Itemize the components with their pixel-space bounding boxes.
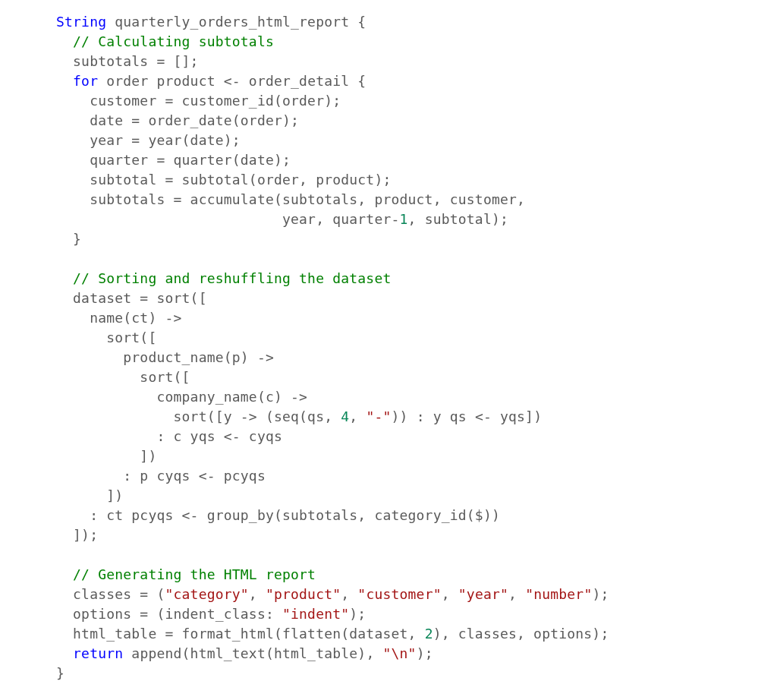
code-token-st: "category": [165, 586, 248, 602]
code-token-st: "year": [458, 586, 508, 602]
code-token-st: "indent": [282, 606, 349, 622]
code-token-kw: for: [73, 73, 98, 89]
code-token-cm: // Generating the HTML report: [73, 566, 316, 582]
code-token-nm: 2: [425, 626, 433, 642]
code-block: String quarterly_orders_html_report { //…: [0, 0, 777, 683]
code-token-nm: 1: [400, 211, 408, 227]
code-token-cm: // Sorting and reshuffling the dataset: [73, 270, 391, 286]
code-token-st: "customer": [357, 586, 441, 602]
code-token-nm: 4: [341, 408, 349, 424]
code-token-st: "\n": [382, 645, 416, 661]
code-token-kw: String: [56, 14, 106, 30]
code-token-st: "-": [366, 408, 391, 424]
code-token-cm: // Calculating subtotals: [73, 33, 274, 49]
code-token-st: "number": [525, 586, 592, 602]
code-token-kw: return: [73, 645, 123, 661]
code-token-st: "product": [266, 586, 341, 602]
